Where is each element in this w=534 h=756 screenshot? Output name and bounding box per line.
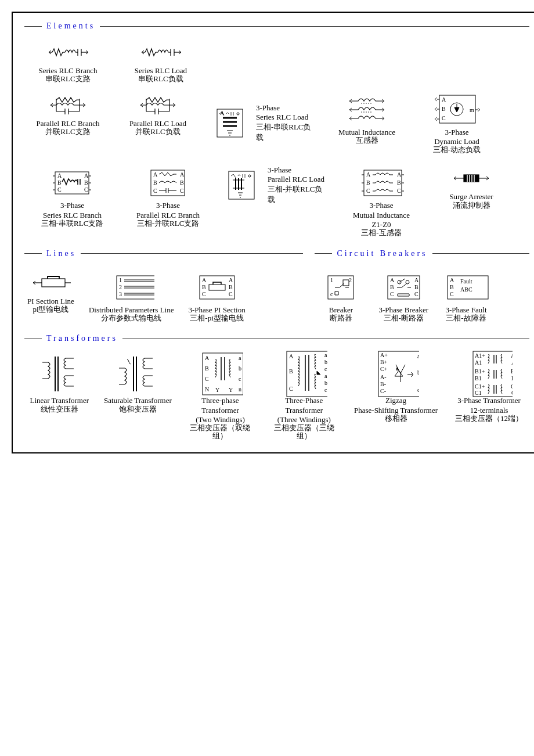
dynamic-load-block[interactable]: A B C m 3-Phase Dynamic Load 三相-动态负载 [416, 92, 497, 154]
svg-text:C1: C1 [475, 390, 482, 396]
surge-arrester-block[interactable]: Surge Arrester 涌流抑制器 [434, 165, 509, 210]
three-phase-mutual-block[interactable]: A A B B C C 3-Phase Mutual Inductance Z1… [338, 165, 425, 237]
section-title-transformers: Transformers [46, 334, 118, 343]
svg-point-24 [248, 175, 251, 177]
series-rlc-load-icon [140, 39, 181, 66]
section-lines-header: Lines [24, 249, 303, 258]
svg-text:C: C [366, 188, 370, 194]
svg-text:A: A [450, 277, 454, 283]
breaker-block[interactable]: 1 2 c Breaker 断路器 [317, 270, 364, 323]
svg-text:C: C [202, 291, 206, 297]
three-phase-breaker-icon: A A B B C C [380, 270, 427, 305]
section-breakers-header: Circuit Breakers [315, 249, 529, 258]
mutual-inductance-block[interactable]: Mutual Inductance 互感器 [326, 92, 407, 145]
svg-text:a: a [417, 353, 419, 359]
svg-text:m: m [470, 107, 474, 113]
three-phase-series-load-icon: A [207, 106, 253, 141]
three-phase-parallel-load-icon [219, 168, 265, 203]
svg-text:B1: B1 [475, 375, 482, 381]
svg-text:B: B [229, 284, 233, 290]
svg-text:A1+: A1+ [475, 352, 485, 359]
svg-text:B2+: B2+ [511, 368, 513, 375]
svg-text:B: B [397, 179, 401, 186]
svg-text:A: A [414, 277, 419, 283]
svg-text:B: B [289, 368, 293, 375]
svg-text:Y: Y [215, 387, 219, 393]
svg-text:B+: B+ [380, 359, 388, 365]
zigzag-block[interactable]: A+ a B+ C+ b A- B- c C- Zigzag Phase-Shi… [352, 352, 440, 423]
svg-text:B: B [366, 179, 370, 186]
section-transformers-header: Transformers [24, 334, 529, 343]
svg-text:C: C [390, 291, 394, 297]
svg-text:A: A [153, 171, 158, 178]
svg-text:B: B [57, 179, 62, 186]
svg-text:A1: A1 [475, 359, 482, 366]
three-phase-fault-block[interactable]: A B C Fault ABC 3-Phase Fault 三相-故障器 [443, 270, 489, 323]
linear-transformer-icon [36, 352, 82, 395]
twelve-terminal-block[interactable]: A1+ A2+ A1 A2 B1+ B2+ B1 B2 C1+ C2+ C1 C… [452, 352, 526, 423]
three-phase-series-branch-icon: A A B B C C [49, 165, 96, 200]
section-title-lines: Lines [46, 249, 76, 258]
three-phase-series-rlc-branch-block[interactable]: A A B B C C 3-Phase Series RLC Branch 三相… [27, 165, 117, 228]
svg-text:A2+: A2+ [511, 352, 513, 359]
linear-transformer-block[interactable]: Linear Transformer 线性变压器 [27, 352, 92, 413]
svg-rect-34 [117, 276, 154, 299]
three-phase-parallel-rlc-load-block[interactable]: 3-Phase Parallel RLC Load 三相-并联RLC负载 [219, 165, 329, 205]
saturable-transformer-block[interactable]: Saturable Transformer 饱和变压器 [103, 352, 173, 413]
pi-section-icon [30, 270, 71, 296]
svg-text:A2: A2 [511, 359, 513, 366]
series-rlc-load-block[interactable]: Series RLC Load 串联RLC负载 [120, 39, 201, 84]
svg-rect-53 [343, 280, 349, 286]
svg-text:C: C [57, 186, 62, 193]
three-phase-pi-block[interactable]: A A B B C C 3-Phase PI Section 三相-pi型输电线 [188, 270, 245, 323]
svg-text:A: A [390, 277, 395, 283]
section-title-breakers: Circuit Breakers [337, 249, 427, 258]
svg-text:c: c [239, 376, 241, 382]
svg-text:C: C [289, 386, 293, 392]
svg-text:a: a [239, 355, 241, 361]
parallel-rlc-branch-icon [48, 92, 88, 118]
svg-text:b: b [417, 369, 419, 376]
parallel-rlc-branch-block[interactable]: Parallel RLC Branch 并联RLC支路 [27, 92, 109, 136]
svg-text:B: B [202, 284, 206, 290]
svg-text:A+: A+ [380, 352, 388, 358]
svg-text:2: 2 [349, 277, 352, 283]
svg-point-1 [237, 113, 239, 115]
svg-text:B: B [180, 179, 184, 186]
svg-text:C: C [450, 291, 454, 297]
three-phase-breaker-block[interactable]: A A B B C C 3-Phase Breaker [378, 270, 428, 323]
parallel-rlc-load-block[interactable]: Parallel RLC Load 并联RLC负载 [117, 92, 199, 136]
svg-text:B: B [84, 179, 88, 186]
series-rlc-branch-block[interactable]: Series RLC Branch 串联RLC支路 [27, 39, 109, 84]
three-phase-series-rlc-load-block[interactable]: A 3-Phase Series RLC Load 三相-串联RLC负载 [207, 103, 317, 143]
three-phase-2w-block[interactable]: A a B b C c N Y Y n Three-phase Transfor… [184, 352, 256, 440]
three-phase-parallel-rlc-branch-block[interactable]: A A B B C C 3-Phase [126, 165, 210, 228]
svg-rect-32 [464, 175, 479, 182]
svg-text:A: A [289, 353, 294, 359]
svg-text:B: B [390, 284, 394, 290]
svg-text:A: A [205, 355, 210, 361]
svg-text:B: B [205, 365, 209, 372]
svg-text:C: C [84, 186, 88, 193]
breaker-icon: 1 2 c [317, 270, 364, 305]
svg-text:c: c [417, 387, 419, 393]
three-phase-3w-icon: A a2 b2 B c2 a3 C b3 c3 [281, 352, 327, 395]
svg-text:c2: c2 [324, 366, 327, 372]
svg-text:1: 1 [119, 277, 122, 283]
parallel-rlc-load-icon [138, 92, 178, 118]
distributed-line-block[interactable]: 1 1 2 2 3 3 Distributed Parameters Line … [89, 270, 174, 323]
saturable-transformer-icon [114, 352, 161, 395]
svg-text:B1+: B1+ [475, 368, 485, 375]
twelve-terminal-icon: A1+ A2+ A1 A2 B1+ B2+ B1 B2 C1+ C2+ C1 C… [466, 352, 513, 395]
surge-arrester-icon [451, 165, 492, 192]
svg-rect-48 [209, 285, 225, 290]
three-phase-fault-icon: A B C Fault ABC [443, 270, 489, 305]
svg-text:c3: c3 [324, 387, 327, 393]
three-phase-3w-block[interactable]: A a2 b2 B c2 a3 C b3 c3 Three-Phase T [268, 352, 340, 440]
pi-section-line-block[interactable]: PI Section Line pi型输电线 [27, 270, 74, 314]
svg-text:b: b [239, 365, 241, 372]
svg-text:C+: C+ [380, 366, 388, 372]
svg-text:C-: C- [380, 388, 386, 394]
svg-rect-33 [42, 279, 65, 287]
mutual-inductance-icon [344, 92, 390, 127]
